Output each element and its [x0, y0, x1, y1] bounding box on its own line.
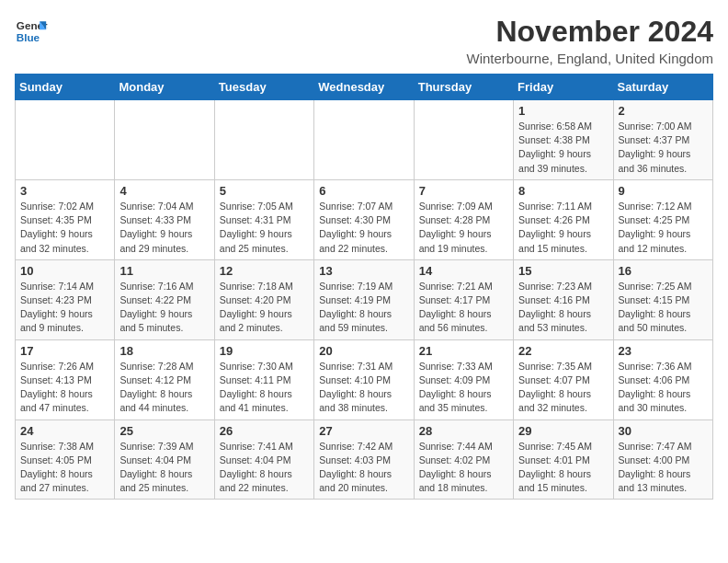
day-cell: 3Sunrise: 7:02 AM Sunset: 4:35 PM Daylig…	[16, 179, 115, 259]
day-cell: 6Sunrise: 7:07 AM Sunset: 4:30 PM Daylig…	[314, 179, 414, 259]
day-cell: 20Sunrise: 7:31 AM Sunset: 4:10 PM Dayli…	[314, 339, 414, 419]
day-info: Sunrise: 7:26 AM Sunset: 4:13 PM Dayligh…	[20, 360, 109, 416]
day-cell: 9Sunrise: 7:12 AM Sunset: 4:25 PM Daylig…	[613, 179, 712, 259]
day-number: 23	[619, 344, 708, 358]
svg-text:Blue: Blue	[17, 31, 40, 43]
day-info: Sunrise: 7:04 AM Sunset: 4:33 PM Dayligh…	[119, 200, 209, 256]
day-cell	[214, 100, 313, 180]
day-info: Sunrise: 7:07 AM Sunset: 4:30 PM Dayligh…	[319, 200, 408, 256]
header-sunday: Sunday	[16, 75, 115, 100]
day-info: Sunrise: 7:02 AM Sunset: 4:35 PM Dayligh…	[20, 200, 109, 256]
day-cell: 1Sunrise: 6:58 AM Sunset: 4:38 PM Daylig…	[514, 100, 613, 180]
day-number: 27	[319, 424, 408, 438]
day-number: 4	[119, 184, 209, 198]
day-cell: 29Sunrise: 7:45 AM Sunset: 4:01 PM Dayli…	[514, 419, 613, 500]
day-number: 15	[518, 264, 608, 278]
day-number: 6	[319, 184, 408, 198]
logo: General Blue	[15, 15, 48, 48]
week-row-5: 24Sunrise: 7:38 AM Sunset: 4:05 PM Dayli…	[16, 419, 713, 500]
day-cell: 12Sunrise: 7:18 AM Sunset: 4:20 PM Dayli…	[214, 259, 313, 339]
header-thursday: Thursday	[414, 75, 513, 100]
day-number: 8	[518, 184, 608, 198]
day-cell: 25Sunrise: 7:39 AM Sunset: 4:04 PM Dayli…	[115, 419, 214, 500]
day-cell: 21Sunrise: 7:33 AM Sunset: 4:09 PM Dayli…	[414, 339, 513, 419]
day-info: Sunrise: 7:41 AM Sunset: 4:04 PM Dayligh…	[220, 440, 309, 496]
day-info: Sunrise: 7:14 AM Sunset: 4:23 PM Dayligh…	[20, 280, 109, 336]
day-info: Sunrise: 7:18 AM Sunset: 4:20 PM Dayligh…	[220, 280, 309, 336]
page-header: General Blue November 2024 Winterbourne,…	[15, 15, 713, 66]
title-block: November 2024 Winterbourne, England, Uni…	[467, 15, 714, 66]
day-cell: 13Sunrise: 7:19 AM Sunset: 4:19 PM Dayli…	[314, 259, 414, 339]
day-number: 16	[619, 264, 708, 278]
day-info: Sunrise: 7:19 AM Sunset: 4:19 PM Dayligh…	[319, 280, 408, 336]
day-info: Sunrise: 7:33 AM Sunset: 4:09 PM Dayligh…	[419, 360, 508, 416]
day-cell: 24Sunrise: 7:38 AM Sunset: 4:05 PM Dayli…	[16, 419, 115, 500]
day-number: 18	[119, 344, 209, 358]
day-info: Sunrise: 7:30 AM Sunset: 4:11 PM Dayligh…	[220, 360, 309, 416]
day-cell: 15Sunrise: 7:23 AM Sunset: 4:16 PM Dayli…	[514, 259, 613, 339]
day-number: 28	[419, 424, 508, 438]
week-row-3: 10Sunrise: 7:14 AM Sunset: 4:23 PM Dayli…	[16, 259, 713, 339]
day-number: 11	[119, 264, 209, 278]
day-info: Sunrise: 6:58 AM Sunset: 4:38 PM Dayligh…	[518, 120, 608, 176]
day-cell: 7Sunrise: 7:09 AM Sunset: 4:28 PM Daylig…	[414, 179, 513, 259]
day-cell: 28Sunrise: 7:44 AM Sunset: 4:02 PM Dayli…	[414, 419, 513, 500]
day-cell: 16Sunrise: 7:25 AM Sunset: 4:15 PM Dayli…	[613, 259, 712, 339]
day-number: 25	[119, 424, 209, 438]
day-info: Sunrise: 7:23 AM Sunset: 4:16 PM Dayligh…	[518, 280, 608, 336]
day-number: 26	[220, 424, 309, 438]
day-info: Sunrise: 7:11 AM Sunset: 4:26 PM Dayligh…	[518, 200, 608, 256]
day-info: Sunrise: 7:45 AM Sunset: 4:01 PM Dayligh…	[518, 440, 608, 496]
day-number: 13	[319, 264, 408, 278]
day-info: Sunrise: 7:25 AM Sunset: 4:15 PM Dayligh…	[619, 280, 708, 336]
header-tuesday: Tuesday	[214, 75, 313, 100]
day-cell: 23Sunrise: 7:36 AM Sunset: 4:06 PM Dayli…	[613, 339, 712, 419]
week-row-4: 17Sunrise: 7:26 AM Sunset: 4:13 PM Dayli…	[16, 339, 713, 419]
day-number: 22	[518, 344, 608, 358]
day-number: 7	[419, 184, 508, 198]
day-info: Sunrise: 7:39 AM Sunset: 4:04 PM Dayligh…	[119, 440, 209, 496]
day-cell: 19Sunrise: 7:30 AM Sunset: 4:11 PM Dayli…	[214, 339, 313, 419]
day-cell: 26Sunrise: 7:41 AM Sunset: 4:04 PM Dayli…	[214, 419, 313, 500]
day-number: 20	[319, 344, 408, 358]
header-friday: Friday	[514, 75, 613, 100]
day-info: Sunrise: 7:09 AM Sunset: 4:28 PM Dayligh…	[419, 200, 508, 256]
day-number: 29	[518, 424, 608, 438]
day-info: Sunrise: 7:38 AM Sunset: 4:05 PM Dayligh…	[20, 440, 109, 496]
day-number: 2	[619, 104, 708, 118]
day-number: 24	[20, 424, 109, 438]
logo-icon: General Blue	[15, 15, 48, 48]
day-number: 30	[619, 424, 708, 438]
day-cell: 27Sunrise: 7:42 AM Sunset: 4:03 PM Dayli…	[314, 419, 414, 500]
day-info: Sunrise: 7:31 AM Sunset: 4:10 PM Dayligh…	[319, 360, 408, 416]
header-row: SundayMondayTuesdayWednesdayThursdayFrid…	[16, 75, 713, 100]
day-number: 10	[20, 264, 109, 278]
day-number: 14	[419, 264, 508, 278]
day-info: Sunrise: 7:21 AM Sunset: 4:17 PM Dayligh…	[419, 280, 508, 336]
header-monday: Monday	[115, 75, 214, 100]
day-number: 12	[220, 264, 309, 278]
day-info: Sunrise: 7:12 AM Sunset: 4:25 PM Dayligh…	[619, 200, 708, 256]
day-cell	[16, 100, 115, 180]
day-cell: 14Sunrise: 7:21 AM Sunset: 4:17 PM Dayli…	[414, 259, 513, 339]
day-info: Sunrise: 7:16 AM Sunset: 4:22 PM Dayligh…	[119, 280, 209, 336]
day-info: Sunrise: 7:44 AM Sunset: 4:02 PM Dayligh…	[419, 440, 508, 496]
day-cell: 11Sunrise: 7:16 AM Sunset: 4:22 PM Dayli…	[115, 259, 214, 339]
day-info: Sunrise: 7:00 AM Sunset: 4:37 PM Dayligh…	[619, 120, 708, 176]
day-number: 17	[20, 344, 109, 358]
day-cell: 22Sunrise: 7:35 AM Sunset: 4:07 PM Dayli…	[514, 339, 613, 419]
day-cell: 18Sunrise: 7:28 AM Sunset: 4:12 PM Dayli…	[115, 339, 214, 419]
day-number: 5	[220, 184, 309, 198]
day-cell: 17Sunrise: 7:26 AM Sunset: 4:13 PM Dayli…	[16, 339, 115, 419]
day-number: 3	[20, 184, 109, 198]
day-number: 19	[220, 344, 309, 358]
day-info: Sunrise: 7:47 AM Sunset: 4:00 PM Dayligh…	[619, 440, 708, 496]
day-cell: 5Sunrise: 7:05 AM Sunset: 4:31 PM Daylig…	[214, 179, 313, 259]
day-cell	[414, 100, 513, 180]
day-cell: 30Sunrise: 7:47 AM Sunset: 4:00 PM Dayli…	[613, 419, 712, 500]
header-saturday: Saturday	[613, 75, 712, 100]
header-wednesday: Wednesday	[314, 75, 414, 100]
day-info: Sunrise: 7:05 AM Sunset: 4:31 PM Dayligh…	[220, 200, 309, 256]
day-cell: 4Sunrise: 7:04 AM Sunset: 4:33 PM Daylig…	[115, 179, 214, 259]
day-number: 1	[518, 104, 608, 118]
